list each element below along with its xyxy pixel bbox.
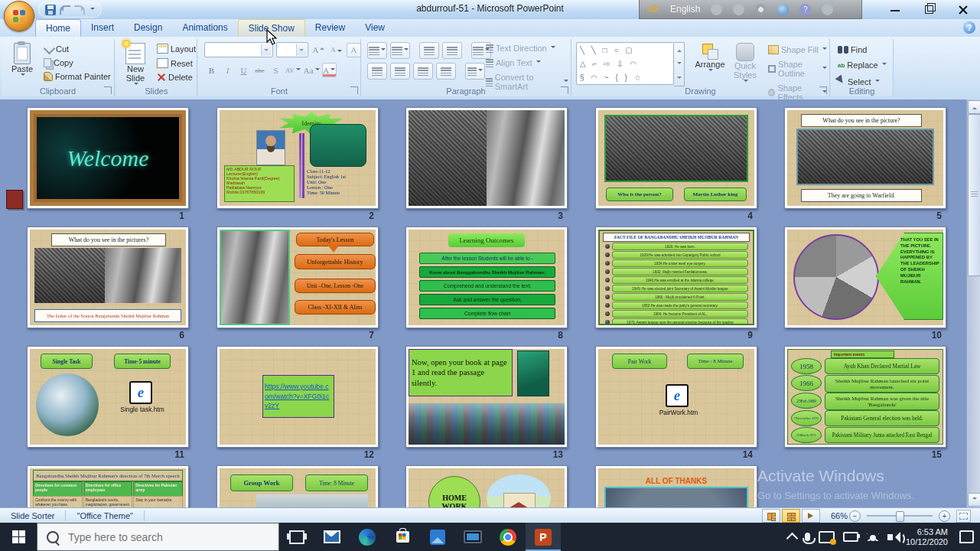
slide-thumbnail-18[interactable]: HOME WORK <box>405 465 568 507</box>
zoom-out-button[interactable]: − <box>849 510 861 522</box>
taskbar-search[interactable] <box>37 523 279 551</box>
bold-button[interactable]: B <box>204 63 219 77</box>
increase-indent-button[interactable] <box>442 42 462 59</box>
battery-icon[interactable] <box>843 532 858 542</box>
close-button[interactable] <box>946 0 980 19</box>
start-button[interactable] <box>0 523 37 551</box>
tray-expand-icon[interactable] <box>786 533 799 545</box>
shape-fill-button[interactable]: Shape Fill <box>766 44 829 55</box>
slide-thumbnail-16[interactable]: Bangabandhu Sheikh Mujibur Rahman's dire… <box>27 465 189 507</box>
zoom-in-button[interactable]: + <box>939 510 950 522</box>
microphone-icon[interactable] <box>805 533 810 541</box>
language-label[interactable]: English <box>670 4 700 15</box>
edge-app-button[interactable] <box>350 523 385 551</box>
slide-thumbnail-12[interactable]: https://www.youtube.com/watch?v=XFG0i1cv… <box>217 346 379 460</box>
gear-icon[interactable] <box>755 4 767 15</box>
help-icon[interactable]: ? <box>799 4 811 15</box>
paragraph-dialog-launcher[interactable] <box>561 86 568 94</box>
view-mode-label[interactable]: Slide Sorter <box>0 510 66 521</box>
replace-button[interactable]: abReplace <box>835 60 889 70</box>
zoom-percentage[interactable]: 66% <box>831 511 848 520</box>
info-icon[interactable] <box>822 4 833 15</box>
undo-icon[interactable] <box>60 5 70 15</box>
office-button[interactable] <box>4 1 34 31</box>
tab-insert[interactable]: Insert <box>81 19 124 37</box>
ribbon-help-icon[interactable]: ? <box>963 21 975 34</box>
new-slide-button[interactable]: New Slide <box>118 43 153 87</box>
mail-app-button[interactable] <box>314 523 350 551</box>
find-button[interactable]: Find <box>835 44 889 55</box>
slide-thumbnail-1[interactable]: Welcome 1 <box>27 107 189 221</box>
tab-animations[interactable]: Animations <box>172 19 237 37</box>
search-input[interactable] <box>67 530 253 544</box>
display-notification-icon[interactable] <box>819 531 835 543</box>
slide-sorter-canvas[interactable]: Welcome 1 Identity MD.ABDUR ROUF Lecture… <box>0 99 980 507</box>
grow-font-button[interactable]: A <box>311 43 326 57</box>
qat-customize-icon[interactable] <box>90 8 95 12</box>
taskbar-clock[interactable]: 6:53 AM 10/12/2020 <box>906 527 948 547</box>
change-case-button[interactable]: Aa <box>303 63 321 77</box>
font-name-combobox[interactable] <box>204 42 273 57</box>
columns-button[interactable] <box>465 63 485 80</box>
text-shadow-button[interactable]: S <box>269 63 283 77</box>
action-center-icon[interactable] <box>959 530 974 543</box>
redo-icon[interactable] <box>74 5 85 15</box>
copy-button[interactable]: Copy <box>41 57 113 68</box>
cut-button[interactable]: Cut <box>41 43 113 54</box>
volume-icon[interactable] <box>887 534 893 540</box>
task-view-button[interactable] <box>279 523 314 551</box>
slide-thumbnail-19[interactable]: ALL OF THANKS <box>595 465 757 507</box>
slide-thumbnail-10[interactable]: THAT YOU SEE IN THE PICTURE. EVERYTHING … <box>784 227 946 341</box>
scrollbar-thumb[interactable] <box>968 114 980 276</box>
powerpoint-app-button[interactable]: P <box>526 523 561 551</box>
keyboard-icon[interactable] <box>711 4 722 15</box>
align-center-button[interactable] <box>390 63 410 80</box>
justify-button[interactable] <box>436 63 456 80</box>
slide-thumbnail-6[interactable]: What do you see in the pictures? The fat… <box>27 227 189 341</box>
slide-thumbnail-3[interactable]: 3 <box>405 107 568 221</box>
photos-app-button[interactable] <box>420 523 455 551</box>
mouse-icon[interactable] <box>733 4 744 15</box>
underline-button[interactable]: U <box>236 63 251 77</box>
wifi-icon[interactable] <box>867 533 879 541</box>
shapes-gallery[interactable]: ╲ ╲ □ ○ ▢ △ ⌐ ⇨ ⇩ ◠ § ◠ ~ { } ☆ <box>576 42 674 85</box>
slide-thumbnail-17[interactable]: Group Work Time: 8 Minute <box>217 465 379 507</box>
character-spacing-button[interactable]: AV <box>285 63 301 77</box>
slide-thumbnail-7[interactable]: Today's Lesson Unforgettable History Uni… <box>217 227 379 341</box>
youtube-link[interactable]: https://www.youtube.com/watch?v=XFG0i1cv… <box>265 382 332 412</box>
slide-show-view-button[interactable] <box>802 509 820 523</box>
font-color-button[interactable]: A <box>322 63 337 77</box>
shapes-gallery-scroll[interactable] <box>674 42 685 86</box>
tab-home[interactable]: Home <box>35 19 81 37</box>
arrange-button[interactable]: Arrange <box>692 43 728 73</box>
slide-thumbnail-15[interactable]: Important events 1958 Ayub Khan Declared… <box>784 346 946 460</box>
ie-file-icon[interactable]: e <box>666 384 689 407</box>
shape-outline-button[interactable]: Shape Outline <box>766 59 829 79</box>
tab-design[interactable]: Design <box>124 19 172 37</box>
save-icon[interactable] <box>45 5 56 15</box>
clipboard-dialog-launcher[interactable] <box>104 86 112 94</box>
slide-thumbnail-14[interactable]: Pair Work Time : 8 Minute e PairWork.htm… <box>595 346 757 460</box>
numbering-button[interactable] <box>390 42 410 59</box>
slide-thumbnail-2[interactable]: Identity MD.ABDUR ROUF Lecturer(English)… <box>217 107 379 221</box>
drawing-dialog-launcher[interactable] <box>819 86 827 94</box>
paste-button[interactable]: Paste <box>5 43 40 78</box>
slide-thumbnail-9[interactable]: FACT FILE OF BANGABANDHU SHEIKH MUJIBUR … <box>595 227 757 341</box>
normal-view-button[interactable] <box>762 509 780 523</box>
decrease-indent-button[interactable] <box>419 42 439 59</box>
font-dialog-launcher[interactable] <box>350 86 358 94</box>
browser-icon[interactable] <box>777 4 789 15</box>
shrink-font-button[interactable]: A <box>329 43 343 57</box>
chrome-app-button[interactable] <box>490 523 526 551</box>
bullets-button[interactable] <box>367 42 387 59</box>
slide-thumbnail-8[interactable]: Learning Outcomes After the lesson Stude… <box>405 227 568 341</box>
font-size-combobox[interactable] <box>276 42 308 57</box>
align-text-button[interactable]: Align Text <box>483 57 571 68</box>
theme-label[interactable]: "Office Theme" <box>66 510 144 521</box>
format-painter-button[interactable]: Format Painter <box>41 71 113 82</box>
strikethrough-button[interactable]: abe <box>252 63 267 77</box>
scroll-up-button[interactable] <box>968 100 980 114</box>
italic-button[interactable]: I <box>220 63 235 77</box>
quick-styles-button[interactable]: Quick Styles <box>728 43 763 84</box>
zoom-slider[interactable] <box>867 515 933 517</box>
